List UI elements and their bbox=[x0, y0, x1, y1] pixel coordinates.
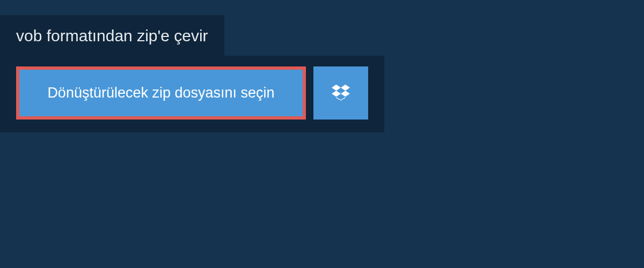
upload-panel: Dönüştürülecek zip dosyasını seçin bbox=[0, 56, 384, 132]
dropbox-button[interactable] bbox=[313, 66, 368, 120]
choose-file-label: Dönüştürülecek zip dosyasını seçin bbox=[47, 85, 274, 101]
page-title-tab: vob formatından zip'e çevir bbox=[0, 15, 224, 56]
page-title: vob formatından zip'e çevir bbox=[16, 27, 208, 44]
choose-file-button[interactable]: Dönüştürülecek zip dosyasını seçin bbox=[16, 66, 306, 120]
dropbox-icon bbox=[332, 83, 350, 103]
button-row: Dönüştürülecek zip dosyasını seçin bbox=[16, 66, 368, 120]
